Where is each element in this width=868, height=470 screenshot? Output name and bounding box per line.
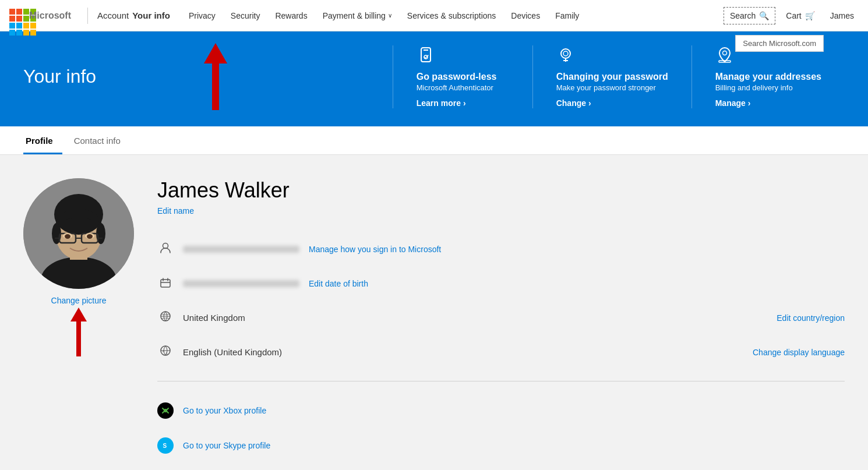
nav-divider xyxy=(87,8,88,24)
birthday-icon xyxy=(157,275,174,291)
search-dropdown: Search Microsoft.com xyxy=(735,35,824,52)
xbox-profile-link[interactable]: Go to your Xbox profile xyxy=(183,406,266,415)
skype-icon: S xyxy=(157,437,174,454)
change-password-title: Changing your password xyxy=(556,72,668,82)
banner-red-arrow xyxy=(204,43,227,110)
cart-label: Cart xyxy=(786,11,801,20)
svg-rect-24 xyxy=(161,280,170,287)
svg-point-3 xyxy=(561,49,570,58)
nav-services[interactable]: Services & subscriptions xyxy=(400,0,503,31)
manage-addresses-link[interactable]: Manage › xyxy=(715,98,751,108)
xbox-icon xyxy=(157,402,174,419)
your-info-label: Your info xyxy=(132,10,170,20)
svg-point-5 xyxy=(722,51,726,55)
avatar-section: Change picture xyxy=(23,178,134,463)
nav-devices[interactable]: Devices xyxy=(504,0,547,31)
account-label: Account xyxy=(97,10,129,20)
country-icon xyxy=(157,310,174,326)
tab-profile[interactable]: Profile xyxy=(23,126,62,154)
birthday-row: Edit date of birth xyxy=(157,266,845,301)
passwordless-subtitle: Microsoft Authenticator xyxy=(417,83,509,92)
svg-point-4 xyxy=(563,51,568,56)
svg-text:あ: あ xyxy=(165,352,168,355)
language-value: English (United Kingdom) xyxy=(183,347,743,357)
learn-more-arrow-icon: › xyxy=(463,98,466,108)
hero-card-passwordless: Go password-less Microsoft Authenticator… xyxy=(393,45,532,108)
cart-icon: 🛒 xyxy=(805,11,815,20)
change-arrow-icon: › xyxy=(588,98,591,108)
change-language-link[interactable]: Change display language xyxy=(753,348,845,357)
change-picture-arrow xyxy=(70,308,87,356)
nav-right-section: Search 🔍 Search Microsoft.com Cart 🛒 Jam… xyxy=(724,7,859,24)
top-nav: Microsoft Account Your info Privacy Secu… xyxy=(0,0,868,31)
search-button[interactable]: Search 🔍 xyxy=(724,7,775,24)
profile-separator xyxy=(157,381,845,381)
ms-grid-icon xyxy=(9,9,23,23)
hero-card-addresses: Manage your addresses Billing and delive… xyxy=(691,45,845,108)
svg-text:A: A xyxy=(163,349,165,353)
addresses-subtitle: Billing and delivery info xyxy=(715,83,821,92)
cart-button[interactable]: Cart 🛒 xyxy=(780,8,820,24)
manage-signin-link[interactable]: Manage how you sign in to Microsoft xyxy=(309,245,441,254)
hero-card-change-password: Changing your password Make your passwor… xyxy=(532,45,691,108)
skype-profile-link[interactable]: Go to your Skype profile xyxy=(183,441,270,450)
profile-info: James Walker Edit name Manage how you si… xyxy=(157,178,845,463)
nav-family[interactable]: Family xyxy=(548,0,586,31)
birthday-value-blurred xyxy=(183,280,299,287)
svg-point-21 xyxy=(65,234,70,239)
account-icon xyxy=(157,241,174,257)
passwordless-title: Go password-less xyxy=(417,72,509,82)
account-value-blurred xyxy=(183,246,299,253)
nav-rewards[interactable]: Rewards xyxy=(268,0,314,31)
search-label: Search xyxy=(730,11,756,20)
passwordless-icon xyxy=(417,45,509,68)
svg-point-36 xyxy=(164,409,167,412)
profile-name: James Walker xyxy=(157,178,845,203)
country-row: United Kingdom Edit country/region xyxy=(157,301,845,335)
page-title: Your info xyxy=(23,66,186,87)
manage-arrow-icon: › xyxy=(748,98,751,108)
hero-cards: Go password-less Microsoft Authenticator… xyxy=(393,45,845,108)
change-password-link[interactable]: Change › xyxy=(556,98,591,108)
country-value: United Kingdom xyxy=(183,313,767,323)
change-password-subtitle: Make your password stronger xyxy=(556,83,668,92)
edit-birthday-link[interactable]: Edit date of birth xyxy=(309,279,368,288)
language-row: A あ English (United Kingdom) Change disp… xyxy=(157,335,845,369)
avatar-image xyxy=(23,178,134,289)
tabs-bar: Profile Contact info xyxy=(0,126,868,155)
change-password-icon xyxy=(556,45,668,68)
svg-text:S: S xyxy=(163,443,167,449)
microsoft-logo[interactable]: Microsoft xyxy=(9,9,71,23)
avatar xyxy=(23,178,134,289)
change-picture-link[interactable]: Change picture xyxy=(51,296,107,305)
brand-label: Microsoft xyxy=(29,10,71,21)
learn-more-link[interactable]: Learn more › xyxy=(417,98,466,108)
nav-privacy[interactable]: Privacy xyxy=(182,0,223,31)
addresses-title: Manage your addresses xyxy=(715,72,821,82)
user-name[interactable]: James xyxy=(825,11,859,20)
main-content: Change picture James Walker Edit name Ma… xyxy=(0,155,868,470)
search-icon: 🔍 xyxy=(759,11,769,20)
edit-country-link[interactable]: Edit country/region xyxy=(777,313,845,323)
xbox-row: Go to your Xbox profile xyxy=(157,393,845,428)
nav-links: Privacy Security Rewards Payment & billi… xyxy=(182,0,724,31)
language-icon: A あ xyxy=(157,344,174,360)
skype-row: S Go to your Skype profile xyxy=(157,428,845,463)
svg-point-22 xyxy=(87,234,93,239)
chevron-down-icon: ∨ xyxy=(388,12,392,19)
account-row: Manage how you sign in to Microsoft xyxy=(157,232,845,266)
edit-name-link[interactable]: Edit name xyxy=(157,206,845,215)
svg-point-23 xyxy=(163,243,168,249)
nav-security[interactable]: Security xyxy=(224,0,267,31)
tab-contact-info[interactable]: Contact info xyxy=(72,126,130,154)
nav-payment[interactable]: Payment & billing ∨ xyxy=(316,0,399,31)
